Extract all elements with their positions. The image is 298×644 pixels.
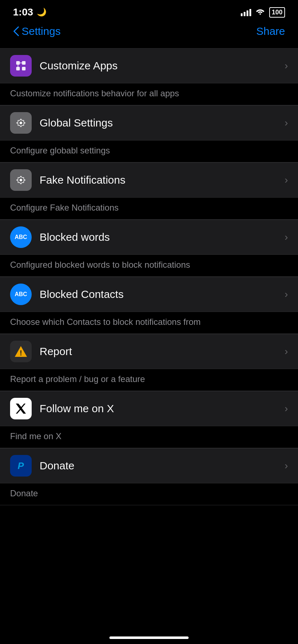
global-settings-chevron: › <box>285 117 288 129</box>
customize-apps-subtitle-row: Customize notifications behavior for all… <box>0 83 298 105</box>
svg-point-0 <box>259 13 261 15</box>
status-time: 1:03 🌙 <box>13 6 46 18</box>
follow-x-icon <box>10 398 32 419</box>
blocked-contacts-icon: ABC <box>10 284 32 305</box>
signal-icon <box>241 8 251 16</box>
menu-item-customize-apps[interactable]: Customize Apps › <box>0 48 298 83</box>
blocked-words-title: Blocked words <box>40 231 110 243</box>
menu-item-report[interactable]: ! Report › <box>0 334 298 369</box>
follow-x-text: Follow me on X <box>40 402 281 415</box>
fake-notifications-chevron: › <box>285 174 288 186</box>
blocked-contacts-title: Blocked Contacts <box>40 288 123 300</box>
svg-rect-4 <box>22 67 26 70</box>
wifi-icon <box>256 8 265 17</box>
menu-item-global-settings[interactable]: Global Settings › <box>0 105 298 141</box>
svg-rect-3 <box>16 67 20 70</box>
menu-item-follow-x[interactable]: Follow me on X › <box>0 391 298 426</box>
fake-notifications-subtitle: Configure Fake Notifications <box>10 203 118 212</box>
blocked-words-icon: ABC <box>10 226 32 248</box>
menu-item-blocked-contacts[interactable]: ABC Blocked Contacts › <box>0 277 298 312</box>
menu-list: Customize Apps › Customize notifications… <box>0 48 298 505</box>
blocked-words-chevron: › <box>285 231 288 243</box>
global-settings-title: Global Settings <box>40 117 113 129</box>
donate-text: Donate <box>40 460 281 472</box>
svg-rect-2 <box>22 61 26 65</box>
status-bar: 1:03 🌙 100 <box>0 0 298 22</box>
menu-section-donate: P Donate › Donate <box>0 448 298 505</box>
donate-subtitle: Donate <box>10 488 38 498</box>
share-button[interactable]: Share <box>256 25 285 37</box>
fake-notifications-subtitle-row: Configure Fake Notifications <box>0 198 298 220</box>
follow-x-subtitle: Find me on X <box>10 431 62 441</box>
report-chevron: › <box>285 346 288 357</box>
svg-rect-1 <box>16 61 20 65</box>
follow-x-subtitle-row: Find me on X <box>0 426 298 448</box>
moon-icon: 🌙 <box>37 8 46 17</box>
svg-point-5 <box>20 122 22 124</box>
customize-apps-text: Customize Apps <box>40 60 281 72</box>
menu-section-follow-x: Follow me on X › Find me on X <box>0 391 298 448</box>
report-subtitle: Report a problem / bug or a feature <box>10 374 145 384</box>
home-indicator <box>109 636 189 639</box>
menu-item-fake-notifications[interactable]: Fake Notifications › <box>0 162 298 198</box>
back-label: Settings <box>22 25 60 37</box>
global-settings-text: Global Settings <box>40 117 281 129</box>
global-settings-subtitle: Configure globabl settings <box>10 146 110 155</box>
fake-notifications-title: Fake Notifications <box>40 174 125 186</box>
menu-section-blocked-contacts: ABC Blocked Contacts › Choose which Cont… <box>0 277 298 334</box>
customize-apps-chevron: › <box>285 60 288 72</box>
time-label: 1:03 <box>13 6 33 18</box>
menu-section-fake-notifications: Fake Notifications › Configure Fake Noti… <box>0 162 298 220</box>
report-subtitle-row: Report a problem / bug or a feature <box>0 369 298 391</box>
back-button[interactable]: Settings <box>13 25 60 37</box>
status-icons: 100 <box>241 7 285 18</box>
blocked-words-subtitle: Configured blocked words to block notifi… <box>10 260 190 270</box>
menu-section-report: ! Report › Report a problem / bug or a f… <box>0 334 298 391</box>
donate-chevron: › <box>285 460 288 472</box>
customize-apps-title: Customize Apps <box>40 60 118 72</box>
menu-item-blocked-words[interactable]: ABC Blocked words › <box>0 220 298 255</box>
fake-notifications-icon <box>10 169 32 191</box>
blocked-contacts-subtitle-row: Choose which Contacts to block notificat… <box>0 312 298 334</box>
menu-section-global-settings: Global Settings › Configure globabl sett… <box>0 105 298 162</box>
battery-icon: 100 <box>269 7 285 18</box>
report-text: Report <box>40 345 281 358</box>
global-settings-icon <box>10 112 32 134</box>
blocked-contacts-text: Blocked Contacts <box>40 288 281 300</box>
donate-title: Donate <box>40 460 74 472</box>
customize-apps-icon <box>10 55 32 77</box>
follow-x-chevron: › <box>285 403 288 414</box>
battery-label: 100 <box>272 9 283 16</box>
svg-text:P: P <box>18 460 24 471</box>
navigation-bar: Settings Share <box>0 22 298 45</box>
svg-text:!: ! <box>20 349 22 357</box>
donate-icon: P <box>10 455 32 477</box>
global-settings-subtitle-row: Configure globabl settings <box>0 141 298 162</box>
blocked-contacts-subtitle: Choose which Contacts to block notificat… <box>10 317 201 327</box>
customize-apps-subtitle: Customize notifications behavior for all… <box>10 88 179 98</box>
donate-subtitle-row: Donate <box>0 483 298 505</box>
follow-x-title: Follow me on X <box>40 402 114 414</box>
report-title: Report <box>40 345 72 357</box>
blocked-contacts-chevron: › <box>285 289 288 300</box>
blocked-words-subtitle-row: Configured blocked words to block notifi… <box>0 255 298 277</box>
menu-section-blocked-words: ABC Blocked words › Configured blocked w… <box>0 220 298 277</box>
blocked-words-text: Blocked words <box>40 231 281 243</box>
share-label: Share <box>256 25 285 37</box>
fake-notifications-text: Fake Notifications <box>40 174 281 186</box>
svg-point-6 <box>20 179 22 181</box>
report-icon: ! <box>10 341 32 362</box>
menu-section-customize-apps: Customize Apps › Customize notifications… <box>0 48 298 105</box>
menu-item-donate[interactable]: P Donate › <box>0 448 298 483</box>
